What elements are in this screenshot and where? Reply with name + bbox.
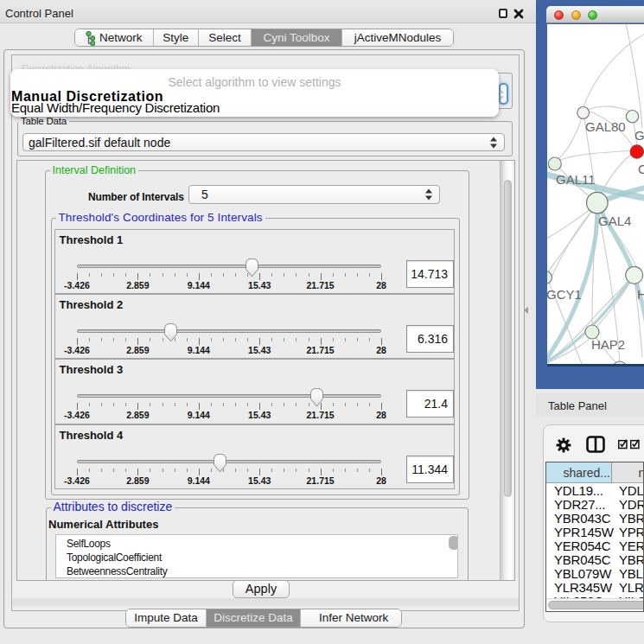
- svg-text:C: C: [638, 162, 644, 176]
- svg-text:GAL4: GAL4: [598, 214, 631, 228]
- svg-text:GAL80: GAL80: [585, 119, 626, 134]
- svg-text:HAP2: HAP2: [591, 337, 625, 352]
- svg-text:GCY1: GCY1: [547, 287, 582, 302]
- svg-text:H: H: [637, 287, 644, 302]
- svg-text:GAL11: GAL11: [556, 172, 596, 187]
- svg-text:GA: GA: [634, 128, 644, 143]
